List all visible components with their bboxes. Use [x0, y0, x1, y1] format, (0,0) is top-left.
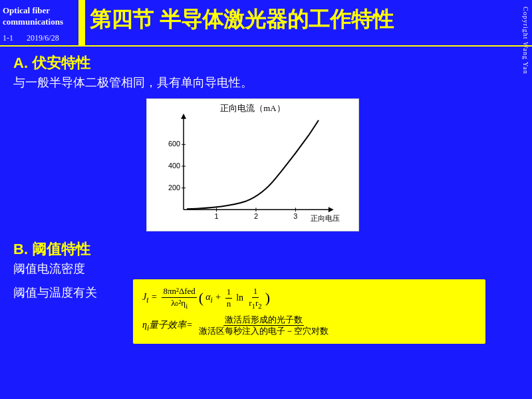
section-a-description: 与一般半导体二极管相同，具有单向导电性。 — [13, 74, 253, 90]
svg-text:1: 1 — [215, 212, 219, 220]
r-denominator: r1r2 — [247, 298, 263, 311]
paren-right: ) — [265, 291, 270, 305]
svg-text:正向电流（mA）: 正向电流（mA） — [220, 103, 285, 113]
section-a-title: A. 伏安特性 — [13, 53, 90, 73]
formula-denominator: λ₀²ηi — [170, 298, 189, 311]
formula-box: Jt = 8πn²Δfed λ₀²ηi ( αi + 1 n ln 1 r1r2… — [133, 279, 485, 344]
svg-text:600: 600 — [168, 140, 180, 148]
formula-fraction-ln: 1 n — [225, 287, 233, 310]
alpha-term: αi + — [205, 292, 221, 305]
logo-text: Optical fiber communications — [3, 5, 76, 28]
copyright-text: Copyright Wang Yan — [522, 7, 529, 86]
eta-denominator: 激活区每秒注入的电子－空穴对数 — [198, 326, 330, 337]
yellow-bar — [78, 0, 85, 47]
logo-line2: communications — [3, 17, 63, 27]
formula-fraction-main: 8πn²Δfed λ₀²ηi — [162, 286, 196, 311]
main-title: 第四节 半导体激光器的工作特性 — [90, 5, 512, 35]
svg-text:2: 2 — [254, 212, 258, 220]
header-divider — [0, 45, 532, 47]
eta-label: ηi量子效率= — [142, 319, 193, 332]
ln-numerator: 1 — [225, 287, 233, 299]
section-b-subtitle: 阈值电流密度 — [13, 261, 85, 277]
logo-area: Optical fiber communications — [3, 5, 76, 28]
iv-chart: 正向电流（mA） 200 400 600 1 2 3 正向电压 — [146, 98, 359, 231]
svg-text:3: 3 — [293, 212, 297, 220]
paren-left: ( — [199, 291, 203, 305]
formula-main: Jt = 8πn²Δfed λ₀²ηi ( αi + 1 n ln 1 r1r2… — [142, 286, 476, 311]
eta-numerator: 激活后形成的光子数 — [223, 315, 304, 327]
eta-fraction: 激活后形成的光子数 激活区每秒注入的电子－空穴对数 — [198, 315, 330, 338]
logo-line1: Optical fiber — [3, 5, 50, 15]
formula-lhs: Jt = — [142, 292, 157, 305]
r-numerator: 1 — [252, 286, 259, 298]
svg-text:正向电压: 正向电压 — [311, 214, 340, 222]
svg-text:200: 200 — [168, 184, 180, 192]
ln-label: ln — [236, 293, 243, 303]
ln-denominator: n — [225, 299, 233, 310]
header: Optical fiber communications 1-1 2019/6/… — [0, 0, 532, 47]
slide-info: 1-1 — [3, 33, 13, 43]
slide-date: 2019/6/28 — [27, 33, 59, 43]
formula-eta-row: ηi量子效率= 激活后形成的光子数 激活区每秒注入的电子－空穴对数 — [142, 315, 476, 338]
section-b-title: B. 阈值特性 — [13, 239, 90, 259]
svg-text:400: 400 — [168, 162, 180, 170]
formula-numerator: 8πn²Δfed — [162, 286, 196, 298]
chart-svg: 正向电流（mA） 200 400 600 1 2 3 正向电压 — [147, 99, 358, 231]
formula-fraction-r: 1 r1r2 — [247, 286, 263, 311]
threshold-temperature-note: 阈值与温度有关 — [13, 285, 97, 301]
